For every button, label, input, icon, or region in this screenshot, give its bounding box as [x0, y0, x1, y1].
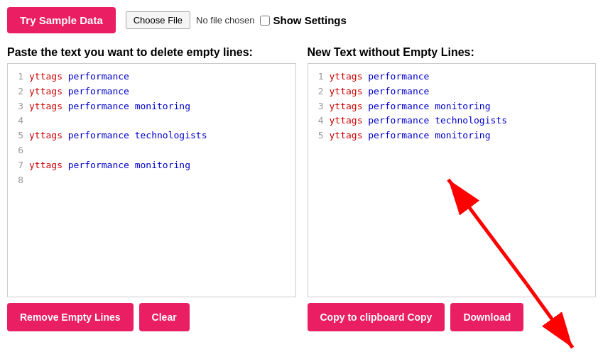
list-item: 1yttags performance: [313, 70, 592, 84]
right-text-area: 1yttags performance2yttags performance3y…: [308, 63, 597, 297]
list-item: 7yttags performance monitoring: [12, 158, 291, 173]
download-button[interactable]: Download: [450, 303, 523, 331]
panels: Paste the text you want to delete empty …: [7, 46, 596, 331]
line-text: yttags performance: [330, 70, 430, 84]
left-panel-title: Paste the text you want to delete empty …: [7, 46, 296, 59]
left-panel: Paste the text you want to delete empty …: [7, 46, 296, 331]
left-btn-bar: Remove Empty Lines Clear: [7, 303, 296, 331]
line-number: 1: [313, 70, 324, 84]
line-number: 3: [313, 99, 324, 114]
line-text: yttags performance monitoring: [29, 158, 190, 173]
line-number: 3: [12, 99, 23, 114]
line-text: yttags performance monitoring: [330, 99, 491, 114]
line-number: 7: [12, 158, 23, 173]
line-number: 4: [12, 114, 23, 128]
list-item: 8: [12, 173, 291, 188]
right-btn-bar: Copy to clipboard Copy Download: [308, 303, 597, 331]
line-number: 6: [12, 143, 23, 158]
list-item: 3yttags performance monitoring: [12, 99, 291, 114]
show-settings-text: Show Settings: [273, 14, 346, 26]
list-item: 4yttags performance technologists: [313, 114, 592, 128]
remove-empty-lines-button[interactable]: Remove Empty Lines: [7, 303, 134, 331]
line-number: 5: [313, 128, 324, 143]
show-settings-checkbox[interactable]: [260, 16, 270, 26]
show-settings-label[interactable]: Show Settings: [260, 14, 346, 26]
right-panel-wrapper: New Text without Empty Lines: 1yttags pe…: [308, 46, 597, 331]
try-sample-button[interactable]: Try Sample Data: [7, 7, 116, 33]
copy-to-clipboard-button[interactable]: Copy to clipboard Copy: [308, 303, 445, 331]
list-item: 3yttags performance monitoring: [313, 99, 592, 114]
list-item: 2yttags performance: [12, 84, 291, 99]
line-number: 2: [313, 84, 324, 99]
no-file-text: No file chosen: [196, 15, 254, 26]
line-number: 8: [12, 173, 23, 188]
choose-file-button[interactable]: Choose File: [126, 11, 190, 29]
list-item: 6: [12, 143, 291, 158]
line-text: yttags performance monitoring: [29, 99, 190, 114]
file-area: Choose File No file chosen Show Settings: [126, 11, 347, 29]
line-number: 4: [313, 114, 324, 128]
line-text: yttags performance monitoring: [330, 128, 491, 143]
line-number: 2: [12, 84, 23, 99]
right-panel: New Text without Empty Lines: 1yttags pe…: [308, 46, 597, 331]
list-item: 5yttags performance monitoring: [313, 128, 592, 143]
left-text-area[interactable]: 1yttags performance2yttags performance3y…: [7, 63, 296, 297]
list-item: 1yttags performance: [12, 70, 291, 84]
line-text: yttags performance technologists: [29, 128, 207, 143]
list-item: 2yttags performance: [313, 84, 592, 99]
line-number: 5: [12, 128, 23, 143]
top-bar: Try Sample Data Choose File No file chos…: [7, 7, 596, 33]
line-text: yttags performance: [29, 70, 129, 84]
line-text: yttags performance: [330, 84, 430, 99]
line-text: yttags performance technologists: [330, 114, 507, 128]
clear-button[interactable]: Clear: [139, 303, 190, 331]
line-number: 1: [12, 70, 23, 84]
list-item: 4: [12, 114, 291, 128]
list-item: 5yttags performance technologists: [12, 128, 291, 143]
line-text: yttags performance: [29, 84, 129, 99]
right-panel-title: New Text without Empty Lines:: [308, 46, 597, 59]
